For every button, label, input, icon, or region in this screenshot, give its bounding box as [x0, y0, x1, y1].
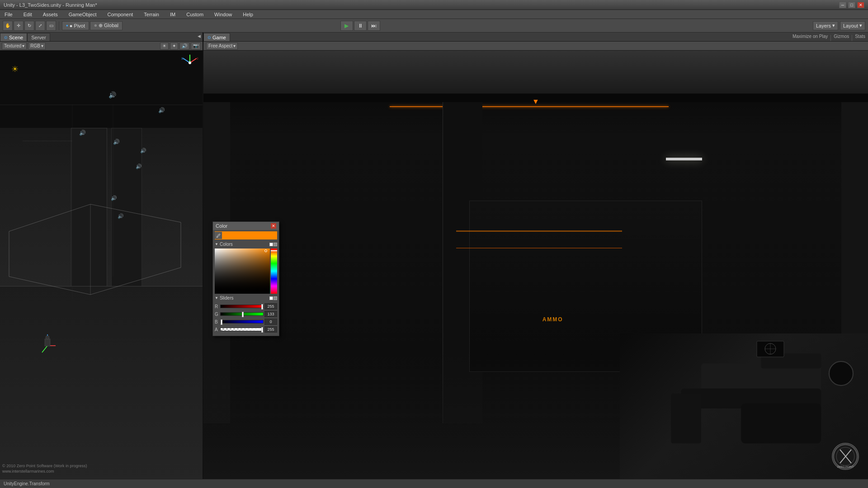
r-value[interactable]: 255	[264, 303, 277, 310]
scene-ceiling	[0, 51, 203, 128]
pivot-button[interactable]: ● ● Pivot	[62, 21, 89, 30]
game-toolbar: Free Aspect ▾	[203, 42, 868, 51]
a-label: A	[215, 327, 219, 332]
cp-colors-header[interactable]: ▼ Colors	[213, 241, 279, 248]
maximize-on-play-btn[interactable]: Maximize on Play	[790, 34, 830, 41]
orange-railing-2	[456, 248, 623, 249]
cp-saturation-value[interactable]	[215, 249, 270, 294]
scene-lighting-btn[interactable]: ☀	[160, 42, 169, 50]
scene-character	[41, 332, 54, 359]
menu-custom[interactable]: Custom	[184, 11, 205, 18]
orange-railing	[456, 230, 623, 232]
cp-sliders-swatch-gray[interactable]	[274, 296, 277, 300]
cp-slider-a: A 255	[215, 326, 277, 333]
title-controls: ─ □ ✕	[839, 2, 864, 8]
menu-assets[interactable]: Assets	[41, 11, 60, 18]
menu-bar: File Edit Assets GameObject Component Te…	[0, 10, 868, 19]
cp-dark-layer	[215, 249, 270, 294]
gizmos-btn[interactable]: Gizmos	[831, 34, 852, 41]
weapon-area	[615, 329, 868, 479]
svg-point-19	[189, 61, 191, 64]
cp-saturation-cursor	[264, 249, 267, 252]
view-mode-dropdown[interactable]: Textured ▾	[2, 42, 27, 50]
menu-window[interactable]: Window	[212, 11, 234, 18]
menu-component[interactable]: Component	[105, 11, 135, 18]
layers-layout: Layers ▾ Layout ▾	[813, 21, 865, 30]
menu-gameobject[interactable]: GameObject	[67, 11, 99, 18]
g-thumb	[242, 312, 244, 317]
pivot-global-group: ● ● Pivot ⊕ ⊕ Global	[62, 21, 123, 30]
scene-camera-btn[interactable]: 📷	[191, 42, 201, 50]
cp-titlebar[interactable]: Color ✕	[213, 222, 279, 230]
eyedropper-button[interactable]: 🖉	[215, 232, 222, 239]
menu-file[interactable]: File	[3, 11, 14, 18]
game-tabs: ⊙ Game Maximize on Play Gizmos Stats	[203, 33, 868, 42]
speaker-icon-8: 🔊	[118, 213, 124, 219]
cp-slider-b: B 0	[215, 319, 277, 325]
close-button[interactable]: ✕	[857, 2, 864, 8]
scene-audio-btn[interactable]: 🔊	[179, 42, 189, 50]
pause-button[interactable]: ⏸	[354, 21, 367, 31]
layout-dropdown[interactable]: Layout ▾	[840, 21, 865, 30]
play-button[interactable]: ▶	[340, 21, 353, 31]
cp-swatch-gray[interactable]	[274, 243, 277, 246]
svg-text:X: X	[197, 57, 198, 60]
layers-dropdown[interactable]: Layers ▾	[813, 21, 838, 30]
tool-scale[interactable]: ⤢	[35, 21, 45, 31]
title-text: Unity - L3_TwoSides.unity - Running Man*	[4, 2, 97, 8]
toolbar: ✋ ✛ ↻ ⤢ ▭ ● ● Pivot ⊕ ⊕ Global ▶ ⏸ ⏭ Lay…	[0, 19, 868, 33]
cp-close-button[interactable]: ✕	[271, 223, 276, 229]
cp-sliders-header[interactable]: ▼ Sliders	[213, 295, 279, 301]
minimize-button[interactable]: ─	[839, 2, 846, 8]
tab-scene[interactable]: ⊙ Scene	[0, 33, 27, 41]
game-top-area	[203, 51, 868, 94]
tab-game[interactable]: ⊙ Game	[203, 33, 230, 41]
g-track[interactable]	[220, 312, 264, 316]
scene-view[interactable]: ☀ 🔊 🔊 🔊 🔊 🔊 🔊 🔊 🔊 X	[0, 51, 203, 479]
cp-swatch-white[interactable]	[269, 243, 273, 246]
menu-help[interactable]: Help	[241, 11, 255, 18]
scene-fx-btn[interactable]: ✦	[170, 42, 178, 50]
tool-rect[interactable]: ▭	[46, 21, 56, 31]
global-button[interactable]: ⊕ ⊕ Global	[90, 21, 123, 30]
logo-svg: ZERO POINT	[833, 444, 858, 469]
speaker-icon-5: 🔊	[140, 148, 146, 154]
scene-panel-collapse[interactable]: ◀	[195, 33, 203, 40]
cp-gradient-wrapper[interactable]	[215, 249, 277, 294]
b-value[interactable]: 0	[264, 319, 277, 325]
hud-line	[390, 106, 669, 107]
svg-rect-14	[45, 339, 50, 346]
copyright-overlay: © 2010 Zero Point Software (Work in prog…	[2, 463, 87, 474]
tab-server[interactable]: Server	[27, 33, 50, 41]
colors-triangle: ▼	[215, 242, 218, 246]
maximize-button[interactable]: □	[848, 2, 855, 8]
a-track[interactable]	[220, 328, 264, 331]
step-button[interactable]: ⏭	[368, 21, 380, 31]
game-view[interactable]: ▼ AMMO	[203, 51, 868, 479]
scope-area	[752, 337, 788, 359]
tool-rotate[interactable]: ↻	[24, 21, 34, 31]
g-value[interactable]: 133	[264, 311, 277, 317]
tool-move[interactable]: ✛	[14, 21, 24, 31]
tool-hand[interactable]: ✋	[3, 21, 13, 31]
editor-area: ⊙ Scene Server ◀ Textured ▾ RGB ▾	[0, 33, 868, 488]
menu-im[interactable]: IM	[168, 11, 177, 18]
stats-btn[interactable]: Stats	[852, 34, 868, 41]
b-track[interactable]	[220, 320, 264, 324]
svg-text:Y: Y	[189, 54, 191, 54]
cp-hue-layer	[215, 249, 270, 294]
panels-row: ⊙ Scene Server ◀ Textured ▾ RGB ▾	[0, 33, 868, 479]
menu-terrain[interactable]: Terrain	[142, 11, 161, 18]
r-thumb	[261, 304, 263, 310]
r-track[interactable]	[220, 305, 264, 308]
cp-hue-bar[interactable]	[271, 249, 277, 294]
svg-rect-28	[671, 394, 701, 444]
color-mode-dropdown[interactable]: RGB ▾	[28, 42, 46, 50]
a-value[interactable]: 255	[264, 326, 277, 333]
speaker-icon-2: 🔊	[158, 107, 165, 113]
cp-sliders-swatch-white[interactable]	[269, 296, 273, 300]
b-label: B	[215, 319, 219, 324]
cp-color-swatch	[223, 232, 277, 239]
aspect-dropdown[interactable]: Free Aspect ▾	[206, 42, 238, 50]
menu-edit[interactable]: Edit	[22, 11, 34, 18]
